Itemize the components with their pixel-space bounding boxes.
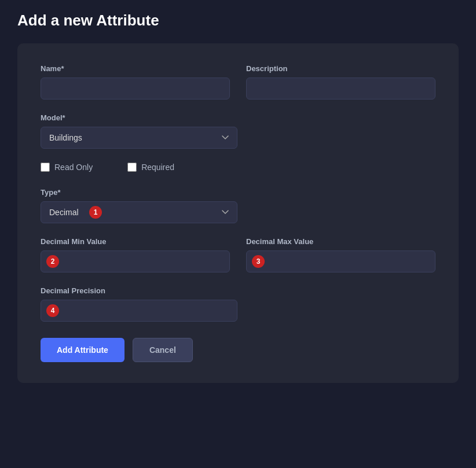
decimal-min-label: Decimal Min Value (41, 237, 230, 246)
decimal-max-input-wrapper: 3 (246, 250, 435, 272)
decimal-precision-group: Decimal Precision 4 (41, 286, 237, 322)
page-title: Add a new Attribute (17, 12, 459, 30)
type-select[interactable]: Decimal Integer String Boolean Date (41, 201, 237, 223)
name-label: Name* (41, 64, 230, 73)
decimal-min-max-row: Decimal Min Value 2 Decimal Max Value 3 (41, 237, 435, 272)
required-group: Required (127, 163, 174, 172)
read-only-group: Read Only (41, 163, 93, 172)
model-row: Model* Buildings Floors Rooms Equipment (41, 113, 435, 149)
decimal-precision-input[interactable] (41, 300, 237, 322)
decimal-min-input[interactable] (41, 250, 230, 272)
description-label: Description (246, 64, 435, 73)
name-group: Name* (41, 64, 230, 100)
decimal-max-input[interactable] (246, 250, 435, 272)
type-label: Type* (41, 188, 237, 197)
decimal-max-label: Decimal Max Value (246, 237, 435, 246)
description-group: Description (246, 64, 435, 100)
model-select[interactable]: Buildings Floors Rooms Equipment (41, 127, 237, 149)
decimal-min-input-wrapper: 2 (41, 250, 230, 272)
decimal-min-group: Decimal Min Value 2 (41, 237, 230, 272)
button-row: Add Attribute Cancel (41, 338, 435, 362)
model-label: Model* (41, 113, 237, 122)
decimal-precision-input-wrapper: 4 (41, 300, 237, 322)
required-label[interactable]: Required (141, 163, 174, 172)
type-select-wrapper: Decimal Integer String Boolean Date 1 (41, 201, 237, 223)
name-description-row: Name* Description (41, 64, 435, 100)
type-group: Type* Decimal Integer String Boolean Dat… (41, 188, 237, 223)
read-only-label[interactable]: Read Only (54, 163, 93, 172)
name-input[interactable] (41, 78, 230, 100)
form-card: Name* Description Model* Buildings Floor… (17, 43, 459, 383)
required-checkbox[interactable] (127, 163, 137, 172)
decimal-precision-label: Decimal Precision (41, 286, 237, 295)
type-row: Type* Decimal Integer String Boolean Dat… (41, 188, 435, 223)
description-input[interactable] (246, 78, 435, 100)
model-group: Model* Buildings Floors Rooms Equipment (41, 113, 237, 149)
decimal-max-group: Decimal Max Value 3 (246, 237, 435, 272)
decimal-precision-row: Decimal Precision 4 (41, 286, 435, 322)
read-only-checkbox[interactable] (41, 163, 50, 172)
cancel-button[interactable]: Cancel (133, 338, 193, 362)
checkbox-row: Read Only Required (41, 163, 435, 172)
add-attribute-button[interactable]: Add Attribute (41, 338, 125, 362)
